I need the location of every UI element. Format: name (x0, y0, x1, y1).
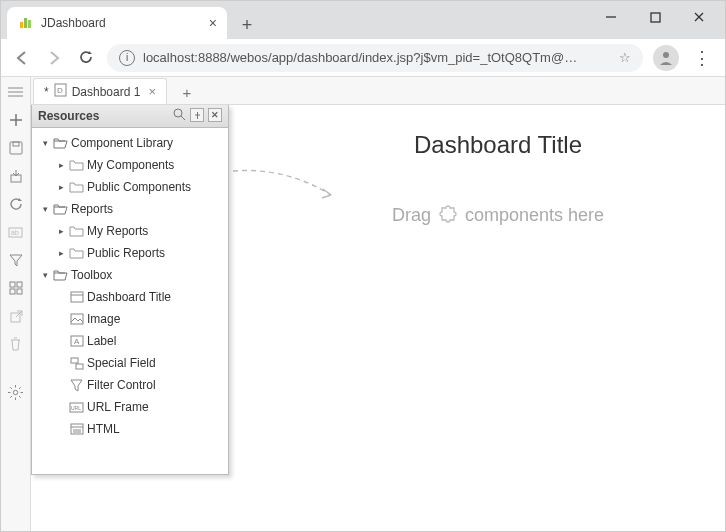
label-icon: A (69, 334, 84, 348)
pin-icon[interactable] (190, 108, 204, 122)
svg-line-28 (10, 396, 12, 398)
folder-closed-icon (69, 158, 84, 172)
tree-node-public-reports[interactable]: ▸Public Reports (34, 242, 226, 264)
hint-prefix: Drag (392, 205, 431, 225)
svg-rect-10 (10, 142, 22, 154)
svg-rect-18 (17, 289, 22, 294)
tree-node-my-components[interactable]: ▸My Components (34, 154, 226, 176)
close-window-button[interactable] (677, 3, 721, 31)
svg-line-25 (10, 387, 12, 389)
refresh-icon[interactable] (7, 195, 25, 213)
left-toolbar: ab (1, 77, 31, 531)
html-icon (69, 422, 84, 436)
tree-item-label[interactable]: ·ALabel (34, 330, 226, 352)
svg-line-26 (19, 396, 21, 398)
url-box[interactable]: i localhost:8888/webos/app/dashboard/ind… (107, 44, 643, 72)
search-icon[interactable] (173, 108, 186, 124)
add-document-button[interactable]: + (175, 80, 199, 104)
tree-item-dashboard-title[interactable]: ·Dashboard Title (34, 286, 226, 308)
reload-button[interactable] (75, 47, 97, 69)
svg-text:A: A (74, 337, 80, 346)
new-tab-button[interactable]: + (233, 11, 261, 39)
svg-point-20 (13, 390, 17, 394)
drop-hint: Drag components here (291, 205, 705, 228)
tree-node-toolbox[interactable]: ▾Toolbox (34, 264, 226, 286)
svg-rect-16 (17, 282, 22, 287)
tree-item-html[interactable]: ·HTML (34, 418, 226, 440)
trash-icon[interactable] (7, 335, 25, 353)
url-text: localhost:8888/webos/app/dashboard/index… (143, 50, 577, 65)
add-icon[interactable] (7, 111, 25, 129)
dirty-marker: * (44, 85, 49, 99)
special-field-icon (69, 356, 84, 370)
tree-item-filter-control[interactable]: ·Filter Control (34, 374, 226, 396)
dashboard-title-field[interactable]: Dashboard Title (291, 131, 705, 159)
document-tab[interactable]: * D Dashboard 1 × (33, 78, 167, 104)
import-icon[interactable] (7, 167, 25, 185)
svg-line-27 (19, 387, 21, 389)
site-info-icon[interactable]: i (119, 50, 135, 66)
rename-icon[interactable]: ab (7, 223, 25, 241)
filter-icon[interactable] (7, 251, 25, 269)
svg-rect-33 (71, 292, 83, 302)
tree-item-url-frame[interactable]: ·URLURL Frame (34, 396, 226, 418)
settings-icon[interactable] (7, 383, 25, 401)
minimize-button[interactable] (589, 3, 633, 31)
svg-rect-38 (71, 358, 78, 363)
puzzle-icon (439, 205, 457, 228)
folder-open-icon (53, 268, 68, 282)
browser-tab-title: JDashboard (41, 16, 106, 30)
tree-item-special-field[interactable]: ·Special Field (34, 352, 226, 374)
export-icon[interactable] (7, 307, 25, 325)
folder-open-icon (53, 136, 68, 150)
layout-icon[interactable] (7, 279, 25, 297)
dashboard-canvas[interactable]: Dashboard Title Drag components here Res… (31, 105, 725, 531)
tree-node-component-library[interactable]: ▾Component Library (34, 132, 226, 154)
doc-type-icon: D (54, 83, 67, 100)
svg-point-4 (663, 52, 669, 58)
tree-node-reports[interactable]: ▾Reports (34, 198, 226, 220)
svg-line-32 (181, 116, 185, 120)
folder-open-icon (53, 202, 68, 216)
panel-title: Resources (38, 109, 99, 123)
close-doc-button[interactable]: × (148, 84, 156, 99)
menu-icon[interactable] (7, 83, 25, 101)
folder-closed-icon (69, 246, 84, 260)
image-icon (69, 312, 84, 326)
back-button[interactable] (11, 47, 33, 69)
svg-rect-11 (13, 142, 19, 146)
drag-arrow-icon (231, 165, 341, 205)
folder-closed-icon (69, 180, 84, 194)
browser-menu-button[interactable]: ⋮ (689, 47, 715, 69)
browser-tab[interactable]: JDashboard × (7, 7, 227, 39)
svg-rect-39 (76, 364, 83, 369)
url-frame-icon: URL (69, 400, 84, 414)
folder-closed-icon (69, 224, 84, 238)
favicon-icon (17, 15, 33, 31)
svg-rect-35 (71, 314, 83, 324)
close-panel-icon[interactable]: ✕ (208, 108, 222, 122)
resources-tree: ▾Component Library ▸My Components ▸Publi… (32, 128, 228, 444)
document-tabstrip: * D Dashboard 1 × + (31, 77, 725, 105)
address-bar: i localhost:8888/webos/app/dashboard/ind… (1, 39, 725, 77)
document-tab-label: Dashboard 1 (72, 85, 141, 99)
bookmark-star-icon[interactable]: ☆ (619, 50, 631, 65)
svg-rect-15 (10, 282, 15, 287)
svg-text:URL: URL (71, 405, 81, 411)
panel-header[interactable]: Resources ✕ (32, 105, 228, 128)
hint-suffix: components here (465, 205, 604, 225)
save-icon[interactable] (7, 139, 25, 157)
tree-item-image[interactable]: ·Image (34, 308, 226, 330)
svg-point-31 (174, 109, 182, 117)
svg-text:ab: ab (11, 229, 19, 236)
resources-panel: Resources ✕ ▾Component Library ▸My Compo… (31, 105, 229, 475)
svg-rect-17 (10, 289, 15, 294)
profile-button[interactable] (653, 45, 679, 71)
forward-button[interactable] (43, 47, 65, 69)
close-tab-button[interactable]: × (209, 15, 217, 31)
tree-node-my-reports[interactable]: ▸My Reports (34, 220, 226, 242)
funnel-icon (69, 378, 84, 392)
svg-text:D: D (57, 86, 63, 95)
maximize-button[interactable] (633, 3, 677, 31)
tree-node-public-components[interactable]: ▸Public Components (34, 176, 226, 198)
